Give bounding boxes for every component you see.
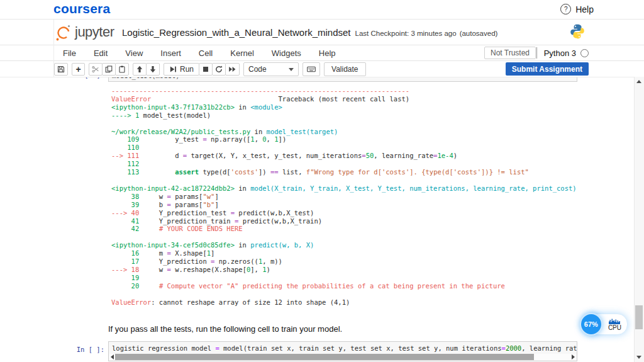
menu-view[interactable]: View	[116, 46, 152, 60]
traceback-line: --> 111 d = target(X, Y, x_test, y_test,…	[111, 152, 577, 160]
traceback-line: ----------------------------------------…	[111, 87, 577, 95]
menu-edit[interactable]: Edit	[85, 46, 116, 60]
traceback-line: ---> 40 Y_prediction_test = predict(w,b,…	[111, 209, 577, 217]
traceback-line: 42 # YOUR CODE ENDS HERE	[111, 225, 577, 233]
traceback-line: 109 y_test = np.array([1, 0, 1])	[111, 135, 577, 144]
fast-forward-icon	[228, 65, 236, 73]
paste-cell-button[interactable]	[115, 63, 129, 76]
traceback-line: 41 Y_prediction_train = predict(w,b,X_tr…	[111, 217, 577, 225]
kernel-divider	[536, 47, 537, 59]
menu-help[interactable]: Help	[310, 46, 345, 60]
cell-type-value: Code	[248, 65, 267, 74]
vscroll-thumb[interactable]	[635, 305, 643, 329]
traceback-line	[111, 176, 577, 184]
save-button[interactable]	[54, 63, 68, 76]
menu-insert[interactable]: Insert	[152, 46, 190, 60]
cut-icon	[92, 65, 99, 73]
kernel-indicator: Python 3	[536, 47, 589, 59]
restart-run-all-button[interactable]	[225, 63, 240, 76]
python-logo-icon	[569, 23, 586, 40]
traceback-line: <ipython-input-34-cef5d0c85dfe> in predi…	[111, 241, 577, 249]
code-text[interactable]: logistic_regression_model = model(train_…	[109, 342, 577, 352]
copy-cell-button[interactable]	[102, 63, 116, 76]
notebook-title-text: Logistic_Regression_with_a_Neural_Networ…	[122, 27, 351, 38]
left-frame-divider	[53, 20, 54, 77]
menu-kernel[interactable]: Kernel	[221, 46, 263, 60]
scroll-right-icon[interactable]	[572, 354, 575, 359]
notebook-title[interactable]: Logistic_Regression_with_a_Neural_Networ…	[122, 27, 497, 38]
arrow-down-icon	[149, 65, 157, 73]
traceback-line	[111, 233, 577, 241]
vertical-scrollbar[interactable]	[634, 77, 644, 362]
menu-widgets[interactable]: Widgets	[263, 46, 310, 60]
menu-items: File Edit View Insert Cell Kernel Widget…	[54, 45, 345, 60]
not-trusted-badge[interactable]: Not Trusted	[484, 47, 536, 59]
save-icon	[57, 65, 65, 73]
toolbar: +	[0, 61, 644, 77]
jupyter-planet-icon	[55, 23, 72, 42]
hscroll-thumb[interactable]	[115, 354, 534, 360]
traceback-line: ---> 18 w = w.reshape(X.shape[0], 1)	[111, 266, 577, 274]
code-input[interactable]: logistic_regression_model = model(train_…	[108, 341, 577, 361]
notebook-area: In [43]: model_test(model) -------------…	[0, 77, 635, 362]
interrupt-kernel-button[interactable]	[199, 63, 213, 76]
traceback-line	[111, 290, 577, 298]
command-palette-button[interactable]	[303, 62, 320, 76]
arrow-up-icon	[136, 65, 143, 73]
cpu-usage-widget[interactable]: CPU 67%	[584, 314, 628, 335]
chevron-down-icon	[289, 68, 294, 71]
code-input[interactable]: model_test(model)	[108, 77, 577, 82]
traceback-line: 112	[111, 160, 577, 168]
checkpoint-status: Last Checkpoint: 3 minutes ago	[355, 30, 457, 37]
traceback-line: ~/work/release/W2A2/public_tests.py in m…	[111, 128, 577, 136]
scroll-up-icon[interactable]	[636, 80, 641, 83]
jupyter-logo[interactable]: jupyter	[55, 23, 114, 42]
clipped-cell: In [43]: model_test(model)	[0, 77, 635, 84]
kernel-idle-icon	[580, 49, 589, 57]
coursera-topbar: coursera ? Help	[0, 0, 644, 20]
traceback-output: ----------------------------------------…	[111, 87, 577, 306]
code-cell: In [ ]: logistic_regression_model = mode…	[0, 341, 635, 362]
validate-label: Validate	[331, 65, 358, 74]
validate-button[interactable]: Validate	[324, 62, 365, 76]
traceback-line: 38 w = params["w"]	[111, 193, 577, 201]
cut-cell-button[interactable]	[89, 63, 103, 76]
run-cell-button[interactable]: Run	[164, 63, 199, 76]
hscroll-track[interactable]	[115, 354, 570, 360]
horizontal-scrollbar[interactable]	[109, 354, 576, 360]
stop-icon	[202, 65, 209, 73]
traceback-line: 16 m = X.shape[1]	[111, 249, 577, 257]
markdown-cell-text: If you pass all the tests, run the follo…	[108, 324, 342, 334]
copy-icon	[105, 65, 113, 73]
traceback-line: 110	[111, 144, 577, 152]
traceback-line: ----> 1 model_test(model)	[111, 111, 577, 120]
autosave-status: (autosaved)	[460, 30, 498, 37]
paste-icon	[118, 65, 126, 73]
traceback-line: <ipython-input-42-ac187224dbb2> in model…	[111, 184, 577, 193]
coursera-logo[interactable]: coursera	[53, 1, 110, 16]
menubar: File Edit View Insert Cell Kernel Widget…	[0, 45, 644, 61]
help-question-icon: ?	[560, 4, 571, 14]
cell-type-dropdown[interactable]: Code	[243, 62, 299, 76]
jupyter-header: jupyter Logistic_Regression_with_a_Neura…	[0, 20, 644, 45]
help-link[interactable]: ? Help	[560, 4, 594, 14]
help-label: Help	[575, 4, 594, 14]
traceback-line: 19	[111, 274, 577, 282]
cpu-label: CPU	[608, 325, 621, 331]
add-cell-button[interactable]: +	[72, 63, 85, 76]
submit-assignment-button[interactable]: Submit Assignment	[506, 62, 589, 76]
restart-kernel-button[interactable]	[212, 63, 226, 76]
move-cell-down-button[interactable]	[146, 63, 160, 76]
scroll-down-icon[interactable]	[636, 356, 641, 359]
jupyter-logo-text: jupyter	[75, 23, 114, 42]
traceback-line: 17 Y_prediction = np.zeros((1, m))	[111, 257, 577, 266]
cpu-chart-icon	[609, 318, 620, 324]
kernel-name: Python 3	[544, 48, 576, 58]
traceback-line: 39 b = params["b"]	[111, 201, 577, 209]
menu-file[interactable]: File	[54, 46, 85, 60]
menu-cell[interactable]: Cell	[190, 46, 221, 60]
traceback-line: <ipython-input-43-7f17a31b22cb> in <modu…	[111, 103, 577, 111]
scroll-left-icon[interactable]	[111, 354, 114, 359]
traceback-line: 20 # Compute vector "A" predicting the p…	[111, 282, 577, 290]
move-cell-up-button[interactable]	[133, 63, 147, 76]
